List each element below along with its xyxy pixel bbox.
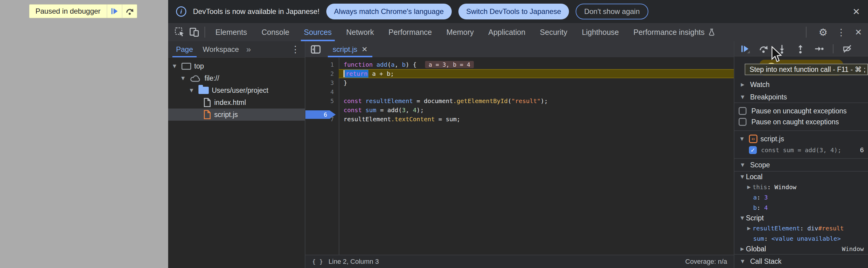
code-line-6-breakpoint: 6 const sum = add(3, 4); [305,106,734,115]
step-over-icon [758,44,768,54]
device-toolbar-button[interactable] [187,25,202,39]
breakpoint-file-row[interactable]: ▼ ‹› script.js [734,133,868,144]
token: ( [388,61,391,68]
section-label: Scope [750,161,770,169]
scope-header[interactable]: ▼ Scope [734,159,868,172]
token: } [344,79,347,86]
settings-gear-button[interactable]: ⚙ [818,26,828,38]
tree-item-script-js[interactable]: script.js [168,109,305,121]
tree-item-project-folder[interactable]: ▼ Users/user/project [168,84,305,96]
scope-a-row[interactable]: a: 3 [734,192,868,203]
line-number[interactable]: 7 [305,116,339,122]
resume-script-button[interactable] [740,44,750,54]
chevron-collapsed-icon: ▶ [739,82,746,87]
dropdown-corner [747,51,750,53]
pause-caught-exceptions-row[interactable]: Pause on caught exceptions [734,116,868,127]
toggle-navigator-button[interactable] [308,42,323,57]
breakpoint-entry-row[interactable]: ✓ const sum = add(3, 4); 6 [734,144,868,156]
close-icon: ✕ [855,28,862,37]
token: ); [540,97,548,105]
navigator-tab-page[interactable]: Page [171,41,198,57]
always-match-language-button[interactable]: Always match Chrome's language [326,4,452,20]
token-param: b [402,61,406,68]
chevron-collapsed-icon: ▶ [745,226,752,231]
cloud-icon [190,74,202,82]
scope-this-row[interactable]: ▶ this: Window [734,182,868,192]
pretty-print-icon[interactable]: { } [312,258,323,265]
token: ) { [406,61,416,68]
step-over-button[interactable] [122,4,137,18]
token-keyword: const [344,97,365,105]
tree-item-file-scheme[interactable]: ▼ file:// [168,72,305,84]
line-number[interactable]: 5 [305,98,339,104]
checkbox-unchecked[interactable] [739,118,746,126]
more-options-button[interactable]: ⋮ [837,27,846,38]
debugger-sidebar: ▶ Watch ▼ Breakpoints Pause on uncaught … [734,41,868,268]
notification-close-button[interactable]: ✕ [852,6,860,17]
line-number[interactable]: 4 [305,89,339,95]
switch-to-japanese-button[interactable]: Switch DevTools to Japanese [458,4,569,20]
navigator-pane: Page Workspace » ⋮ ▼ top ▼ [168,41,305,268]
tree-item-label: index.html [214,98,246,107]
section-breakpoints[interactable]: ▼ Breakpoints [734,92,868,103]
toolbar-separator [833,44,833,53]
line-number[interactable]: 2 [305,70,339,77]
tab-label: Memory [446,28,473,37]
token-property: .getElementById [453,97,508,105]
tab-elements[interactable]: Elements [208,23,254,41]
more-tabs-button[interactable]: » [246,44,251,54]
tab-label: Performance [389,28,432,37]
script-file-icon: ‹› [749,135,757,143]
tree-item-index-html[interactable]: index.html [168,96,305,109]
checkbox-checked[interactable]: ✓ [749,146,757,154]
script-document-icon [203,110,211,119]
tab-performance[interactable]: Performance [381,23,439,41]
line-number[interactable]: 1 [305,61,339,68]
scope-key: this [752,183,767,191]
tab-sources[interactable]: Sources [297,23,339,41]
tab-application[interactable]: Application [481,23,533,41]
tab-label: Security [540,28,567,37]
tab-close-button[interactable]: ✕ [362,45,368,54]
tab-memory[interactable]: Memory [439,23,481,41]
scope-local-row[interactable]: ▼ Local [734,172,868,182]
tab-lighthouse[interactable]: Lighthouse [575,23,626,41]
step-out-icon [796,44,805,54]
token-keyword: const [344,107,365,114]
editor-tab-script-js[interactable]: script.js ✕ [328,41,372,57]
section-call-stack[interactable]: ▼ Call Stack [734,254,868,268]
step-over-button[interactable] [758,44,769,54]
navigator-tabs: Page Workspace » ⋮ [168,41,305,58]
code-editor[interactable]: 1 function add(a, b) { a = 3, b = 4 2 re… [305,58,734,255]
scope-resultelement-row[interactable]: ▶ resultElement: div#result [734,223,868,233]
dont-show-again-button[interactable]: Don't show again [576,4,648,20]
tab-performance-insights[interactable]: Performance insights [626,23,723,41]
devtools-close-button[interactable]: ✕ [855,27,862,37]
tab-network[interactable]: Network [339,23,381,41]
scope-sum-row[interactable]: sum: <value unavailable> [734,233,868,244]
tab-console[interactable]: Console [254,23,297,41]
editor-tabstrip: script.js ✕ [305,41,734,58]
pause-uncaught-exceptions-row[interactable]: Pause on uncaught exceptions [734,106,868,116]
line-number[interactable]: 3 [305,80,339,86]
navigator-more-options-button[interactable]: ⋮ [291,44,300,55]
resume-script-button[interactable] [106,4,122,18]
scope-script-row[interactable]: ▼ Script [734,213,868,223]
inspect-element-button[interactable] [173,25,187,39]
step-out-button[interactable] [795,44,806,54]
deactivate-breakpoints-button[interactable] [842,44,852,54]
tree-item-top[interactable]: ▼ top [168,60,305,72]
scope-key: sum [753,235,764,242]
token: ; [457,116,460,123]
scope-b-row[interactable]: b: 4 [734,203,868,213]
token: document [424,97,453,105]
checkbox-unchecked[interactable] [739,107,746,115]
token-def: sum [365,107,376,114]
step-button[interactable] [814,44,824,54]
scope-global-row[interactable]: ▶ Global Window [734,244,868,254]
scope-value: Window [774,183,796,191]
section-watch[interactable]: ▶ Watch [734,78,868,92]
tab-security[interactable]: Security [533,23,575,41]
toolbar-separator [806,27,806,38]
navigator-tab-workspace[interactable]: Workspace [198,41,244,57]
